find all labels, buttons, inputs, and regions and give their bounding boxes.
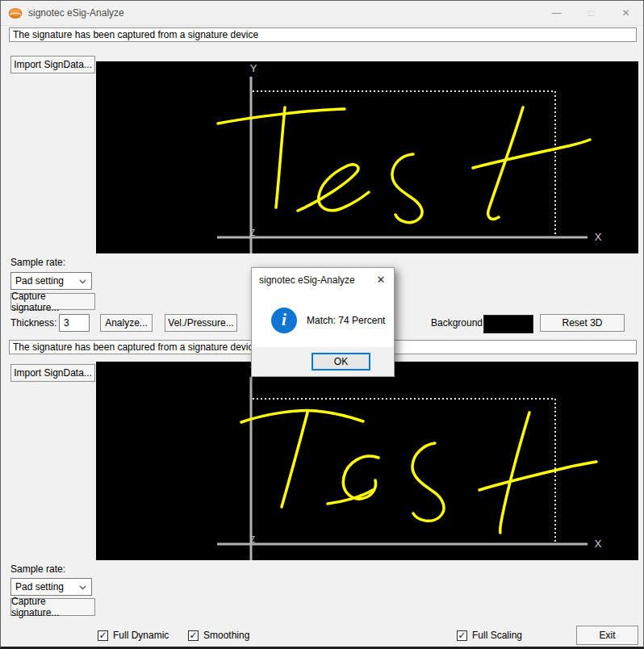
signature-ink-2 xyxy=(241,411,596,533)
status-message-1: The signature has been captured from a s… xyxy=(9,27,637,42)
analyze-button[interactable]: Analyze... xyxy=(100,314,153,332)
maximize-button[interactable]: □ xyxy=(574,1,608,25)
stroke-T-stem xyxy=(276,107,285,207)
full-dynamic-checkbox[interactable]: ✓ Full Dynamic xyxy=(98,630,169,641)
ok-button[interactable]: OK xyxy=(312,353,370,371)
stroke-s xyxy=(412,443,444,521)
full-dynamic-label: Full Dynamic xyxy=(113,630,169,641)
close-button[interactable]: ✕ xyxy=(608,1,643,25)
stroke-T-stem xyxy=(282,412,307,507)
full-scaling-label: Full Scaling xyxy=(472,630,522,641)
stroke-T-bar xyxy=(218,109,345,124)
capture-signature-button-2[interactable]: Capture signature... xyxy=(10,598,95,616)
info-icon: i xyxy=(271,308,297,333)
z-axis-label: Z xyxy=(250,535,255,544)
exit-button[interactable]: Exit xyxy=(576,626,638,645)
signature-plot-1: Y X Z xyxy=(96,61,638,253)
checkmark-icon: ✓ xyxy=(457,630,467,641)
dialog-title: signotec eSig-Analyze xyxy=(259,274,355,286)
smoothing-checkbox[interactable]: ✓ Smoothing xyxy=(188,630,249,641)
stroke-s xyxy=(392,154,422,223)
background-color-swatch[interactable] xyxy=(483,315,533,333)
x-axis-label: X xyxy=(595,231,602,243)
sample-rate-value-2: Pad setting xyxy=(15,581,64,592)
stroke-t-stem xyxy=(500,412,529,533)
stroke-t-cross xyxy=(473,140,590,168)
thickness-label: Thickness: xyxy=(10,317,56,329)
import-signdata-button-1[interactable]: Import SignData... xyxy=(10,56,95,73)
dialog-footer: OK xyxy=(252,347,394,376)
chevron-down-icon xyxy=(79,279,86,284)
title-bar[interactable]: signotec eSig-Analyze — □ ✕ xyxy=(1,1,643,26)
minimize-button[interactable]: — xyxy=(539,1,574,25)
sample-rate-select-1[interactable]: Pad setting xyxy=(10,272,92,290)
signature-ink-1 xyxy=(218,107,590,223)
sample-rate-value-1: Pad setting xyxy=(15,275,64,287)
match-result-dialog: signotec eSig-Analyze ✕ i Match: 74 Perc… xyxy=(251,267,395,377)
import-signdata-button-2[interactable]: Import SignData... xyxy=(10,364,95,382)
vel-pressure-button[interactable]: Vel./Pressure... xyxy=(165,314,237,332)
sample-rate-select-2[interactable]: Pad setting xyxy=(10,578,92,596)
stroke-t-cross xyxy=(479,462,596,490)
y-axis-label: Y xyxy=(250,62,257,74)
thickness-input[interactable] xyxy=(59,314,90,332)
sample-rate-label-1: Sample rate: xyxy=(10,257,65,268)
dialog-close-button[interactable]: ✕ xyxy=(368,268,394,291)
x-axis-label: X xyxy=(595,538,602,550)
smoothing-label: Smoothing xyxy=(203,630,249,641)
stroke-e xyxy=(328,456,378,504)
sample-rate-label-2: Sample rate: xyxy=(10,563,65,575)
checkmark-icon: ✓ xyxy=(188,630,199,641)
app-logo-icon xyxy=(8,7,23,19)
window-title: signotec eSig-Analyze xyxy=(28,7,124,19)
capture-signature-button-1[interactable]: Capture signature... xyxy=(10,293,95,310)
background-label: Background: xyxy=(431,317,485,329)
stroke-e xyxy=(298,165,369,211)
dialog-body: i Match: 74 Percent xyxy=(252,291,394,349)
signature-plot-2: Y X Z xyxy=(96,362,638,560)
dialog-message: Match: 74 Percent xyxy=(307,315,385,326)
full-scaling-checkbox[interactable]: ✓ Full Scaling xyxy=(457,630,522,641)
stroke-T-bar xyxy=(241,411,363,422)
reset-3d-button[interactable]: Reset 3D xyxy=(540,314,625,332)
signature-canvas-2: Y X Z xyxy=(96,362,638,560)
z-axis-label: Z xyxy=(250,228,255,237)
chevron-down-icon xyxy=(79,585,86,590)
checkmark-icon: ✓ xyxy=(98,630,108,641)
window-controls: — □ ✕ xyxy=(539,1,643,25)
app-window: signotec eSig-Analyze — □ ✕ The signatur… xyxy=(0,0,644,649)
signature-canvas-1: Y X Z xyxy=(96,61,638,253)
dialog-title-bar[interactable]: signotec eSig-Analyze ✕ xyxy=(252,268,394,291)
